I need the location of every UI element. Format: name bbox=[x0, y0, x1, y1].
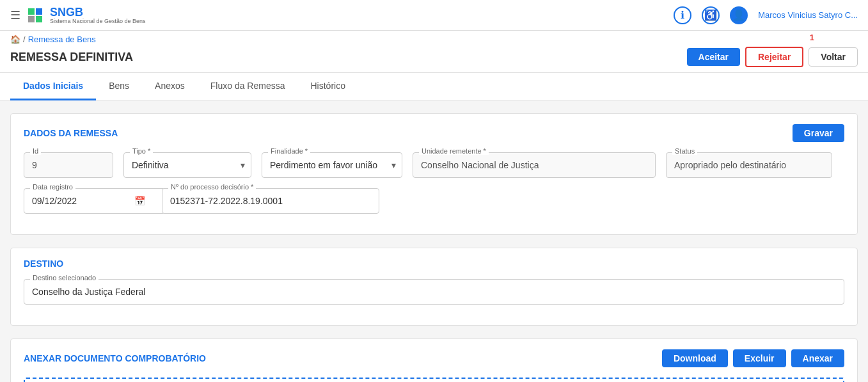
breadcrumb-separator: / bbox=[23, 35, 26, 44]
logo-sq-1 bbox=[28, 8, 35, 15]
main-content: DADOS DA REMESSA Gravar Id Tipo * Defini… bbox=[0, 100, 868, 382]
accessibility-icon[interactable]: ♿ bbox=[702, 6, 720, 24]
calendar-icon[interactable]: 📅 bbox=[134, 196, 145, 206]
logo-squares bbox=[28, 8, 42, 22]
destino-input[interactable] bbox=[24, 279, 844, 305]
tab-bens[interactable]: Bens bbox=[96, 73, 142, 100]
status-input bbox=[666, 152, 832, 178]
user-avatar-icon[interactable]: 👤 bbox=[730, 6, 748, 24]
breadcrumb: 🏠 / Remessa de Bens bbox=[0, 31, 868, 44]
destino-header: DESTINO bbox=[24, 259, 844, 269]
anexar-section: ANEXAR DOCUMENTO COMPROBATÓRIO Download … bbox=[10, 338, 858, 382]
dados-remessa-section: DADOS DA REMESSA Gravar Id Tipo * Defini… bbox=[10, 113, 858, 235]
tipo-select[interactable]: Definitiva bbox=[123, 152, 251, 178]
field-processo: Nº do processo decisório * bbox=[162, 188, 379, 214]
field-id: Id bbox=[24, 152, 113, 178]
gravar-button[interactable]: Gravar bbox=[793, 124, 844, 142]
topnav: ☰ SNGB Sistema Nacional de Gestão de Ben… bbox=[0, 0, 868, 31]
destino-section: DESTINO Destino selecionado bbox=[10, 248, 858, 326]
processo-label: Nº do processo decisório * bbox=[168, 183, 256, 191]
anexar-button[interactable]: Anexar bbox=[791, 349, 844, 367]
field-finalidade: Finalidade * Perdimento em favor união bbox=[262, 152, 402, 178]
page-header-actions: 1 Aceitar Rejeitar Voltar bbox=[687, 47, 858, 67]
form-row-1: Id Tipo * Definitiva Finalidade * Perdim… bbox=[24, 152, 844, 178]
info-icon[interactable]: ℹ bbox=[674, 6, 691, 24]
logo: SNGB Sistema Nacional de Gestão de Bens bbox=[28, 6, 146, 24]
finalidade-select[interactable]: Perdimento em favor união bbox=[262, 152, 402, 178]
tipo-label: Tipo * bbox=[130, 147, 153, 155]
id-label: Id bbox=[30, 147, 41, 155]
logo-sq-2 bbox=[36, 8, 42, 15]
tab-dados-iniciais[interactable]: Dados Iniciais bbox=[10, 73, 96, 100]
processo-input[interactable] bbox=[162, 188, 379, 214]
download-button[interactable]: Download bbox=[662, 349, 728, 367]
page-title: REMESSA DEFINITIVA bbox=[10, 51, 133, 64]
tabs-bar: Dados Iniciais Bens Anexos Fluxo da Reme… bbox=[0, 73, 868, 100]
form-row-2: Data registro 📅 Nº do processo decisório… bbox=[24, 188, 844, 214]
tab-anexos[interactable]: Anexos bbox=[142, 73, 198, 100]
topnav-icons: ℹ ♿ 👤 Marcos Vinicius Satyro C... bbox=[674, 6, 858, 24]
destino-title: DESTINO bbox=[24, 259, 63, 269]
page-header: REMESSA DEFINITIVA 1 Aceitar Rejeitar Vo… bbox=[0, 44, 868, 73]
destino-label: Destino selecionado bbox=[30, 274, 99, 282]
logo-subtitle: Sistema Nacional de Gestão de Bens bbox=[50, 18, 146, 24]
unidade-label: Unidade remetente * bbox=[419, 147, 489, 155]
field-unidade: Unidade remetente * bbox=[413, 152, 656, 178]
id-input bbox=[24, 152, 113, 178]
data-label: Data registro bbox=[30, 183, 75, 191]
dados-remessa-header: DADOS DA REMESSA Gravar bbox=[24, 124, 844, 142]
badge-number: 1 bbox=[810, 33, 814, 42]
status-label: Status bbox=[672, 147, 697, 155]
tab-historico[interactable]: Histórico bbox=[298, 73, 358, 100]
destino-form-row: Destino selecionado bbox=[24, 279, 844, 305]
user-name[interactable]: Marcos Vinicius Satyro C... bbox=[758, 10, 858, 20]
anexar-title: ANEXAR DOCUMENTO COMPROBATÓRIO bbox=[24, 353, 206, 363]
finalidade-select-wrapper: Perdimento em favor união bbox=[262, 152, 402, 178]
home-icon[interactable]: 🏠 bbox=[10, 35, 20, 44]
unidade-input bbox=[413, 152, 656, 178]
logo-sq-4 bbox=[36, 16, 42, 22]
finalidade-label: Finalidade * bbox=[268, 147, 310, 155]
rejeitar-button[interactable]: Rejeitar bbox=[745, 47, 803, 67]
aceitar-button[interactable]: Aceitar bbox=[687, 48, 740, 66]
menu-icon[interactable]: ☰ bbox=[10, 8, 20, 22]
logo-name: SNGB bbox=[50, 6, 146, 19]
data-input[interactable] bbox=[24, 188, 168, 214]
voltar-button[interactable]: Voltar bbox=[809, 47, 858, 67]
logo-sq-3 bbox=[28, 16, 35, 22]
logo-text-container: SNGB Sistema Nacional de Gestão de Bens bbox=[50, 6, 146, 24]
excluir-button[interactable]: Excluir bbox=[733, 349, 786, 367]
drop-zone[interactable]: ARRASTE O ARQUIVO OU CLIQUE NO BOTÃO PAR… bbox=[24, 378, 844, 382]
anexar-actions: Download Excluir Anexar bbox=[662, 349, 844, 367]
dados-remessa-title: DADOS DA REMESSA bbox=[24, 128, 118, 138]
anexar-header: ANEXAR DOCUMENTO COMPROBATÓRIO Download … bbox=[24, 349, 844, 367]
field-status: Status bbox=[666, 152, 832, 178]
field-tipo: Tipo * Definitiva bbox=[123, 152, 251, 178]
field-destino: Destino selecionado bbox=[24, 279, 844, 305]
tab-fluxo-remessa[interactable]: Fluxo da Remessa bbox=[198, 73, 298, 100]
tipo-select-wrapper: Definitiva bbox=[123, 152, 251, 178]
breadcrumb-link[interactable]: Remessa de Bens bbox=[28, 35, 96, 44]
field-data: Data registro 📅 bbox=[24, 188, 152, 214]
data-wrapper: 📅 bbox=[24, 188, 152, 214]
